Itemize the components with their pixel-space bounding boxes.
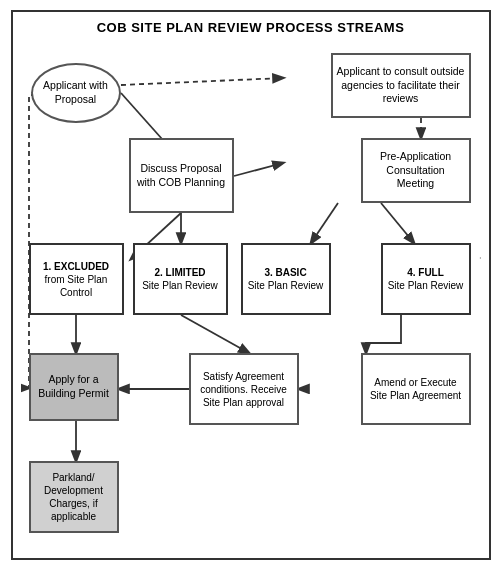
- satisfy-box: Satisfy Agreement conditions. Receive Si…: [189, 353, 299, 425]
- stream4-sub: Site Plan Review: [388, 279, 464, 292]
- apply-label: Apply for a Building Permit: [35, 373, 113, 400]
- amend-box: Amend or Execute Site Plan Agreement: [361, 353, 471, 425]
- apply-permit-box: Apply for a Building Permit: [29, 353, 119, 421]
- consult-box: Applicant to consult outside agencies to…: [331, 53, 471, 118]
- amend-label: Amend or Execute Site Plan Agreement: [367, 376, 465, 402]
- applicant-oval: Applicant with Proposal: [31, 63, 121, 123]
- consult-label: Applicant to consult outside agencies to…: [337, 65, 465, 106]
- stream3-label: 3. BASIC: [248, 266, 324, 279]
- svg-line-4: [234, 163, 283, 176]
- stream4-label: 4. FULL: [388, 266, 464, 279]
- discuss-box: Discuss Proposal with COB Planning: [129, 138, 234, 213]
- svg-line-6: [381, 203, 414, 243]
- stream2-label: 2. LIMITED: [142, 266, 218, 279]
- stream3-box: 3. BASIC Site Plan Review: [241, 243, 331, 315]
- discuss-label: Discuss Proposal with COB Planning: [135, 162, 228, 189]
- stream3-sub: Site Plan Review: [248, 279, 324, 292]
- preapp-label: Pre-Application Consultation Meeting: [367, 150, 465, 191]
- parkland-box: Parkland/ Development Charges, if applic…: [29, 461, 119, 533]
- preapp-box: Pre-Application Consultation Meeting: [361, 138, 471, 203]
- stream1-sub: from Site Plan Control: [35, 273, 118, 299]
- stream1-box: 1. EXCLUDED from Site Plan Control: [29, 243, 124, 315]
- diagram-title: COB SITE PLAN REVIEW PROCESS STREAMS: [21, 20, 481, 35]
- svg-line-1: [121, 78, 283, 85]
- stream2-sub: Site Plan Review: [142, 279, 218, 292]
- applicant-label: Applicant with Proposal: [37, 79, 115, 106]
- stream2-box: 2. LIMITED Site Plan Review: [133, 243, 228, 315]
- svg-line-5: [311, 203, 338, 243]
- flow-grid: Applicant with Proposal Applicant to con…: [21, 43, 481, 545]
- satisfy-label: Satisfy Agreement conditions. Receive Si…: [195, 370, 293, 409]
- stream4-box: 4. FULL Site Plan Review: [381, 243, 471, 315]
- diagram-container: COB SITE PLAN REVIEW PROCESS STREAMS: [11, 10, 491, 560]
- stream1-label: 1. EXCLUDED: [35, 260, 118, 273]
- parkland-label: Parkland/ Development Charges, if applic…: [35, 471, 113, 523]
- svg-line-11: [181, 315, 249, 353]
